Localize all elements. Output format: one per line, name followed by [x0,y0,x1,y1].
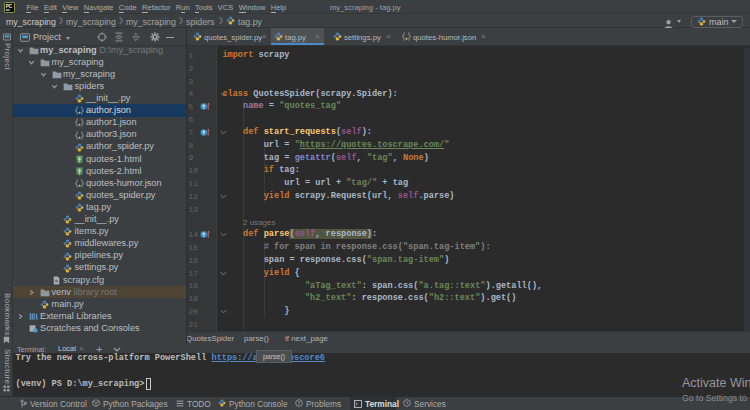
svg-text:PC: PC [6,3,13,8]
